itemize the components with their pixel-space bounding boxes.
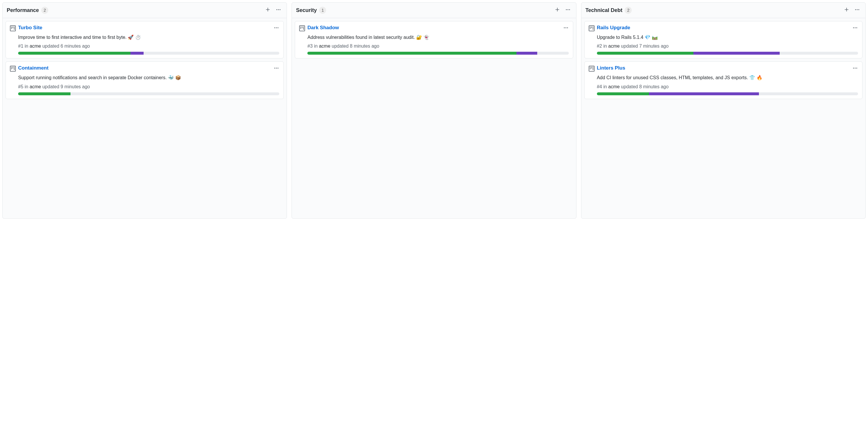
- project-icon: [299, 25, 305, 32]
- column-performance: Performance2Turbo SiteImprove time to fi…: [2, 2, 287, 219]
- progress-in-progress: [649, 92, 758, 95]
- add-card-button[interactable]: [264, 6, 272, 14]
- card-meta-prefix: #5 in: [18, 84, 30, 89]
- card-menu-button[interactable]: [851, 24, 859, 32]
- svg-point-8: [278, 68, 278, 69]
- column-count-badge: 2: [625, 7, 632, 14]
- progress-done: [597, 52, 694, 55]
- card-meta-org: acme: [319, 43, 330, 49]
- kebab-icon: [276, 7, 281, 13]
- project-icon: [10, 25, 16, 32]
- svg-point-10: [567, 9, 568, 10]
- progress-bar: [307, 52, 568, 55]
- plus-icon: [844, 7, 849, 13]
- svg-point-13: [565, 27, 566, 28]
- column-menu-button[interactable]: [564, 6, 572, 14]
- column-body: Rails UpgradeUpgrade to Rails 5.1.4 💎 🛤️…: [581, 18, 865, 102]
- card-title-link[interactable]: Dark Shadow: [307, 25, 339, 31]
- svg-point-14: [567, 27, 568, 28]
- column-title: Technical Debt: [586, 7, 623, 13]
- column-header: Security1: [292, 3, 576, 18]
- progress-bar: [18, 92, 279, 95]
- progress-bar: [597, 52, 858, 55]
- column-technical-debt: Technical Debt2Rails UpgradeUpgrade to R…: [581, 2, 866, 219]
- card-meta-suffix: updated 8 minutes ago: [331, 43, 379, 49]
- svg-point-4: [276, 27, 277, 28]
- svg-point-21: [853, 68, 854, 69]
- svg-point-2: [280, 9, 280, 10]
- project-card[interactable]: Linters PlusAdd CI linters for unused CS…: [584, 61, 863, 99]
- card-title-link[interactable]: Turbo Site: [18, 25, 42, 31]
- project-card[interactable]: Rails UpgradeUpgrade to Rails 5.1.4 💎 🛤️…: [584, 21, 863, 59]
- card-menu-button[interactable]: [272, 65, 280, 73]
- column-title: Security: [296, 7, 317, 13]
- card-menu-button[interactable]: [272, 24, 280, 32]
- card-meta-org: acme: [30, 84, 41, 89]
- svg-point-5: [278, 27, 278, 28]
- card-meta: #1 in acme updated 6 minutes ago: [18, 43, 279, 49]
- svg-point-12: [564, 27, 565, 28]
- project-icon: [10, 66, 16, 73]
- column-menu-button[interactable]: [853, 6, 861, 14]
- column-menu-button[interactable]: [274, 6, 282, 14]
- card-meta: #3 in acme updated 8 minutes ago: [307, 43, 568, 49]
- card-description: Support running notifications and search…: [18, 74, 279, 81]
- card-meta-suffix: updated 8 minutes ago: [620, 84, 669, 89]
- progress-in-progress: [130, 52, 144, 55]
- card-meta-prefix: #1 in: [18, 43, 30, 49]
- card-menu-button[interactable]: [562, 24, 570, 32]
- kebab-icon: [853, 25, 858, 31]
- progress-bar: [597, 92, 858, 95]
- progress-done: [18, 52, 130, 55]
- svg-point-22: [855, 68, 856, 69]
- card-title-link[interactable]: Rails Upgrade: [597, 25, 630, 31]
- progress-bar: [18, 52, 279, 55]
- project-icon: [589, 66, 594, 73]
- card-meta-prefix: #4 in: [597, 84, 608, 89]
- card-meta-org: acme: [30, 43, 41, 49]
- project-card[interactable]: Turbo SiteImprove time to first interact…: [5, 21, 284, 59]
- column-count-badge: 2: [41, 7, 48, 14]
- plus-icon: [265, 7, 271, 13]
- svg-point-20: [856, 27, 857, 28]
- column-header: Technical Debt2: [581, 3, 865, 18]
- plus-icon: [555, 7, 560, 13]
- project-card[interactable]: Dark ShadowAddress vulnerabilities found…: [295, 21, 573, 59]
- progress-done: [18, 92, 70, 95]
- kebab-icon: [274, 66, 279, 72]
- card-description: Improve time to first interactive and ti…: [18, 34, 279, 41]
- kebab-icon: [274, 25, 279, 31]
- svg-point-9: [566, 9, 567, 10]
- card-meta-prefix: #3 in: [307, 43, 319, 49]
- column-body: Dark ShadowAddress vulnerabilities found…: [292, 18, 576, 61]
- project-card[interactable]: ContainmentSupport running notifications…: [5, 61, 284, 99]
- svg-point-11: [569, 9, 570, 10]
- svg-point-7: [276, 68, 277, 69]
- card-meta-suffix: updated 6 minutes ago: [41, 43, 90, 49]
- column-body: Turbo SiteImprove time to first interact…: [3, 18, 287, 102]
- card-meta-suffix: updated 7 minutes ago: [620, 43, 669, 49]
- card-title-link[interactable]: Linters Plus: [597, 65, 625, 71]
- svg-point-19: [855, 27, 856, 28]
- svg-point-17: [858, 9, 859, 10]
- column-title: Performance: [7, 7, 39, 13]
- column-header: Performance2: [3, 3, 287, 18]
- card-title-link[interactable]: Containment: [18, 65, 49, 71]
- svg-point-16: [857, 9, 858, 10]
- kebab-icon: [566, 7, 570, 13]
- progress-in-progress: [693, 52, 780, 55]
- add-card-button[interactable]: [553, 6, 561, 14]
- add-card-button[interactable]: [842, 6, 851, 14]
- progress-done: [307, 52, 517, 55]
- kebab-icon: [855, 7, 860, 13]
- column-count-badge: 1: [319, 7, 326, 14]
- card-meta: #4 in acme updated 8 minutes ago: [597, 84, 858, 89]
- card-menu-button[interactable]: [851, 65, 859, 73]
- column-security: Security1Dark ShadowAddress vulnerabilit…: [291, 2, 576, 219]
- project-icon: [589, 25, 594, 32]
- svg-point-3: [274, 27, 275, 28]
- progress-in-progress: [517, 52, 537, 55]
- card-description: Upgrade to Rails 5.1.4 💎 🛤️: [597, 34, 858, 41]
- card-meta: #2 in acme updated 7 minutes ago: [597, 43, 858, 49]
- card-description: Add CI linters for unused CSS classes, H…: [597, 74, 858, 81]
